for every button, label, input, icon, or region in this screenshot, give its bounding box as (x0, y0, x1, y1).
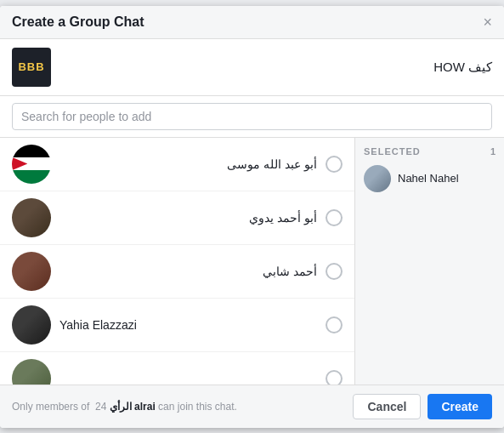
create-group-chat-modal: Create a Group Chat × BBB كيف HOW أبو عب… (0, 6, 504, 428)
group-name: الرأي alrai (110, 401, 156, 413)
search-row (0, 96, 504, 138)
list-item[interactable]: أحمد شابي (0, 245, 354, 299)
list-item[interactable]: أبو عبد الله موسى (0, 138, 354, 191)
avatar (12, 198, 51, 237)
selected-count: 1 (490, 146, 496, 157)
modal-title: Create a Group Chat (12, 14, 144, 30)
chat-icon-text: BBB (18, 60, 44, 73)
avatar (12, 305, 51, 345)
select-radio[interactable] (326, 370, 343, 385)
footer-buttons: Cancel Create (353, 394, 492, 419)
selected-label: SELECTED (364, 146, 421, 157)
chat-name-wrap: كيف HOW (59, 60, 492, 75)
chat-name-display: كيف HOW (433, 60, 492, 75)
modal-header: Create a Group Chat × (0, 6, 504, 39)
list-item[interactable] (0, 352, 354, 385)
selected-header: SELECTED 1 (364, 146, 496, 157)
close-button[interactable]: × (483, 14, 492, 30)
create-button[interactable]: Create (428, 394, 492, 419)
chat-name-row: BBB كيف HOW (0, 39, 504, 96)
cancel-button[interactable]: Cancel (353, 394, 421, 419)
notice-prefix: Only members of (12, 401, 89, 413)
person-name: أبو عبد الله موسى (59, 157, 317, 171)
selected-panel: SELECTED 1 Nahel Nahel (355, 138, 504, 385)
select-radio[interactable] (326, 263, 343, 280)
select-radio[interactable] (326, 316, 343, 333)
chat-icon-box[interactable]: BBB (12, 48, 51, 87)
selected-avatar (364, 165, 391, 192)
select-radio[interactable] (326, 156, 343, 173)
person-name: Yahia Elazzazi (59, 318, 317, 332)
search-input[interactable] (12, 103, 492, 130)
selected-person-name: Nahel Nahel (398, 172, 459, 185)
person-name: أبو أحمد يدوي (59, 211, 317, 225)
avatar (12, 359, 51, 385)
avatar (12, 252, 51, 291)
list-item[interactable]: Yahia Elazzazi (0, 299, 354, 352)
modal-footer: Only members of 24 الرأي alrai can join … (0, 385, 504, 428)
content-row: أبو عبد الله موسى أبو أحمد يدوي أحمد شاب… (0, 138, 504, 385)
group-count: 24 (95, 401, 106, 413)
list-item[interactable]: أبو أحمد يدوي (0, 191, 354, 245)
modal-body: BBB كيف HOW أبو عبد الله موسى أبو أح (0, 39, 504, 385)
footer-notice: Only members of 24 الرأي alrai can join … (12, 401, 353, 413)
selected-person: Nahel Nahel (364, 165, 496, 192)
select-radio[interactable] (326, 209, 343, 226)
notice-suffix: can join this chat. (158, 401, 237, 413)
people-list: أبو عبد الله موسى أبو أحمد يدوي أحمد شاب… (0, 138, 355, 385)
avatar (12, 145, 51, 184)
person-name: أحمد شابي (59, 265, 317, 278)
